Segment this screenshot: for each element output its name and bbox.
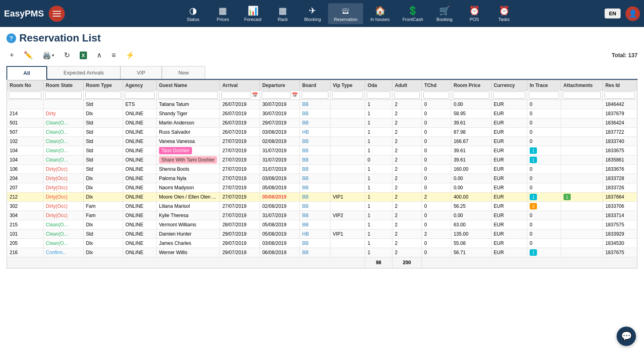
print-button[interactable]: 🖨️ ▾	[39, 49, 58, 61]
table-row[interactable]: 507 Clean(O... Std ONLINE Russ Salvador …	[7, 128, 637, 137]
add-button[interactable]: +	[6, 50, 17, 61]
tab-expected-arrivals[interactable]: Expected Arrivals	[47, 66, 120, 79]
avatar-button[interactable]: 👤	[625, 6, 640, 21]
cell-arrival: 27/07/2019	[220, 183, 260, 193]
filter-room-no[interactable]	[9, 91, 41, 99]
in-trace-badge: 1	[530, 249, 537, 256]
nav-reservation[interactable]: 🛎 Reservation	[328, 3, 363, 24]
table-row[interactable]: 101 Clean(O... Std ONLINE Damien Hunter …	[7, 230, 637, 239]
nav-blocking[interactable]: ✈ Blocking	[298, 3, 326, 24]
table-row[interactable]: 102 Clean(O... Std ONLINE Vanesa Vanessa…	[7, 137, 637, 146]
table-row[interactable]: 207 Dirty(Occ) Dlx ONLINE Naomi Madyson …	[7, 183, 637, 193]
cell-agency: ONLINE	[123, 118, 156, 128]
cell-attachments	[561, 155, 603, 165]
table-row[interactable]: 205 Clean(O... Dlx ONLINE James Charles …	[7, 239, 637, 248]
excel-button[interactable]: X	[76, 50, 91, 61]
filter-in-trace[interactable]	[529, 91, 559, 99]
table-row[interactable]: 104 Clean(O... Std ONLINE Share With Tam…	[7, 155, 637, 165]
expand-button[interactable]: ∧	[93, 49, 105, 61]
table-row[interactable]: 302 Dirty(Occ) Fam ONLINE Liliana Mariso…	[7, 202, 637, 211]
filter-tchd[interactable]	[423, 91, 449, 99]
nav-forecast[interactable]: 📊 Forecast	[239, 3, 267, 24]
cell-adult: 2	[392, 202, 421, 211]
menu-button[interactable]: ≡	[108, 50, 119, 61]
room-state-text: Clean(O...	[46, 148, 68, 153]
table-row[interactable]: 214 Dirty Dlx ONLINE Shandy Tiger 26/07/…	[7, 109, 637, 118]
nav-status[interactable]: ◑ Status	[179, 3, 207, 24]
table-row[interactable]: 216 Confirm... Dlx ONLINE Werner Willis …	[7, 248, 637, 257]
nav-prices[interactable]: ▦ Prices	[209, 3, 237, 24]
cell-guest-name: Paloma Nyla	[156, 174, 220, 183]
table-row[interactable]: 304 Dirty(Occ) Fam ONLINE Kylie Theresa …	[7, 211, 637, 220]
tab-new[interactable]: New	[162, 66, 205, 79]
tab-all[interactable]: All	[6, 66, 47, 80]
cell-tchd: 0	[421, 202, 451, 211]
col-guest-name: Guest Name	[156, 81, 220, 91]
cell-departure: 29/07/2019	[260, 118, 299, 128]
table-row[interactable]: 106 Dirty(Occ) Std ONLINE Shenna Boots 2…	[7, 165, 637, 174]
cell-res-id: 1834530	[603, 239, 637, 248]
chat-button[interactable]: 💬	[617, 327, 636, 346]
filter-guest-name[interactable]	[158, 91, 218, 99]
hamburger-button[interactable]	[49, 6, 65, 22]
hamburger-line	[53, 13, 61, 14]
table-row[interactable]: 104 Clean(O... Std ONLINE Tami Doshier 2…	[7, 146, 637, 155]
cell-in-trace: 0	[527, 239, 561, 248]
table-row[interactable]: Std ETS Tatiana Tatum 26/07/2019 30/07/2…	[7, 100, 637, 109]
table-row[interactable]: 215 Clean(O... Dlx ONLINE Vermont Willia…	[7, 220, 637, 230]
filter-attachments[interactable]	[563, 91, 601, 99]
cell-arrival: 28/07/2019	[220, 220, 260, 230]
cell-tchd: 2	[421, 230, 451, 239]
filter-departure[interactable]	[262, 91, 291, 99]
cell-agency: ONLINE	[123, 165, 156, 174]
nav-frontcash[interactable]: 💲 FrontCash	[397, 3, 429, 24]
cell-vip-type	[330, 248, 365, 257]
nav-rack[interactable]: ▦ Rack	[268, 3, 297, 24]
filter-oda[interactable]	[367, 91, 390, 99]
cell-vip-type	[330, 174, 365, 183]
cell-room-price: 166.67	[451, 137, 491, 146]
filter-room-state[interactable]	[45, 91, 82, 99]
lightning-button[interactable]: ⚡	[122, 49, 138, 61]
filter-agency[interactable]	[125, 91, 155, 99]
cell-tchd: 0	[421, 100, 451, 109]
filter-board[interactable]	[301, 91, 328, 99]
cell-guest-name: Shenna Boots	[156, 165, 220, 174]
help-icon[interactable]: ?	[6, 33, 16, 43]
cell-attachments	[561, 137, 603, 146]
in-trace-value: 0	[530, 111, 533, 116]
arrival-cal-icon[interactable]: 📅	[252, 92, 258, 98]
departure-cal-icon[interactable]: 📅	[292, 92, 298, 98]
main-nav: ◑ Status ▦ Prices 📊 Forecast ▦ Rack ✈ Bl…	[93, 3, 605, 24]
col-arrival: Arrival	[220, 81, 260, 91]
cell-adult: 2	[392, 174, 421, 183]
cell-arrival: 27/07/2019	[220, 202, 260, 211]
cell-in-trace: 0	[527, 109, 561, 118]
table-row[interactable]: 204 Dirty(Occ) Dlx ONLINE Paloma Nyla 27…	[7, 174, 637, 183]
table-row[interactable]: 212 Dirty(Occ) Dlx ONLINE Moore Olen / E…	[7, 193, 637, 202]
filter-adult[interactable]	[394, 91, 420, 99]
language-button[interactable]: EN	[605, 8, 621, 19]
nav-booking[interactable]: 🛒 Booking	[430, 3, 458, 24]
departure-date: 31/07/2019	[262, 166, 287, 172]
nav-inhouses[interactable]: 🏠 In houses	[365, 3, 395, 24]
tab-vip[interactable]: VIP	[120, 66, 162, 79]
guest-name-text: Vermont Williams	[159, 222, 196, 228]
filter-vip-type[interactable]	[332, 91, 363, 99]
cell-oda: 1	[365, 109, 392, 118]
nav-tasks[interactable]: ⏰ Tasks	[490, 3, 518, 24]
col-departure: Departure	[260, 81, 299, 91]
cell-guest-name: Damien Hunter	[156, 230, 220, 239]
cell-room-no: 102	[7, 137, 43, 146]
filter-room-type[interactable]	[85, 91, 121, 99]
nav-pos[interactable]: ⏰ POS	[460, 3, 488, 24]
filter-res-id[interactable]	[605, 91, 635, 99]
table-row[interactable]: 501 Clean(O... Std ONLINE Martin Anderso…	[7, 118, 637, 128]
filter-room-price[interactable]	[453, 91, 489, 99]
filter-currency[interactable]	[493, 91, 525, 99]
edit-button[interactable]: ✏️	[21, 49, 36, 61]
refresh-button[interactable]: ↻	[61, 49, 73, 61]
cell-room-type: Std	[83, 146, 123, 155]
filter-arrival[interactable]	[221, 91, 251, 99]
cell-oda: 1	[365, 248, 392, 257]
